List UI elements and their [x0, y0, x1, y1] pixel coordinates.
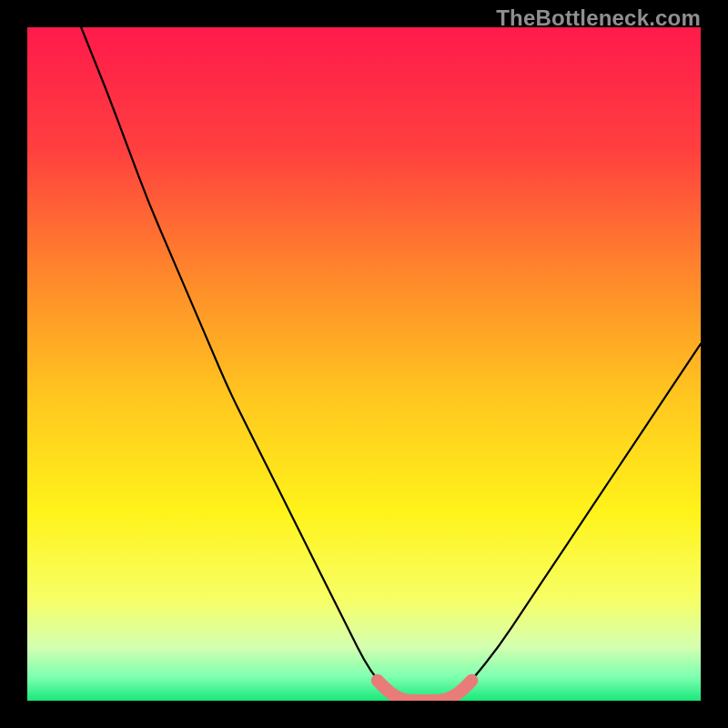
plot-area [27, 27, 701, 701]
chart-frame: TheBottleneck.com [0, 0, 728, 728]
gradient-background [27, 27, 701, 701]
chart-svg [27, 27, 701, 701]
